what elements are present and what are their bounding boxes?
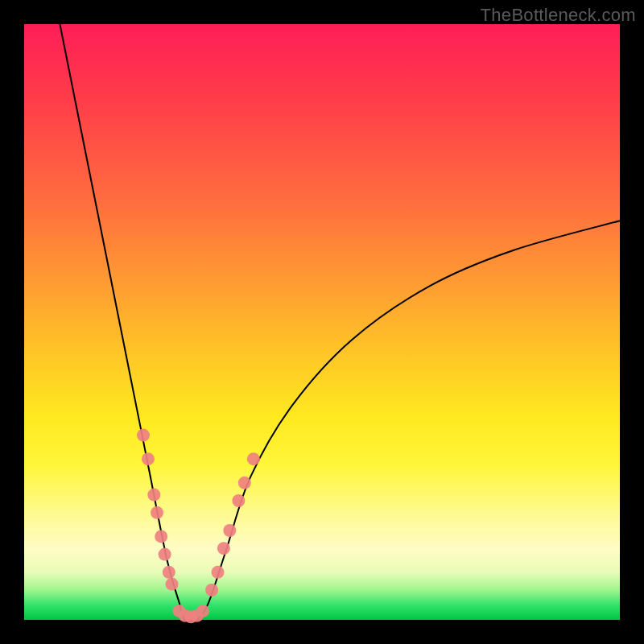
chart-container: TheBottleneck.com xyxy=(0,0,644,644)
data-point xyxy=(163,566,175,579)
data-point xyxy=(151,506,163,519)
data-point xyxy=(212,566,225,579)
data-point xyxy=(159,548,171,561)
data-point xyxy=(223,524,236,537)
data-point xyxy=(217,542,230,555)
data-point xyxy=(247,452,260,465)
bottleneck-curve xyxy=(60,24,620,622)
data-point xyxy=(155,530,167,543)
watermark-text: TheBottleneck.com xyxy=(481,5,636,26)
data-point xyxy=(137,429,150,442)
data-point xyxy=(238,477,251,489)
data-point xyxy=(205,584,218,597)
data-point xyxy=(166,578,179,591)
data-point xyxy=(232,494,245,507)
data-point xyxy=(142,452,155,465)
data-point xyxy=(147,489,160,502)
plot-area xyxy=(24,24,620,620)
curve-svg xyxy=(24,24,620,620)
data-dots xyxy=(137,429,260,624)
data-point xyxy=(196,605,209,617)
